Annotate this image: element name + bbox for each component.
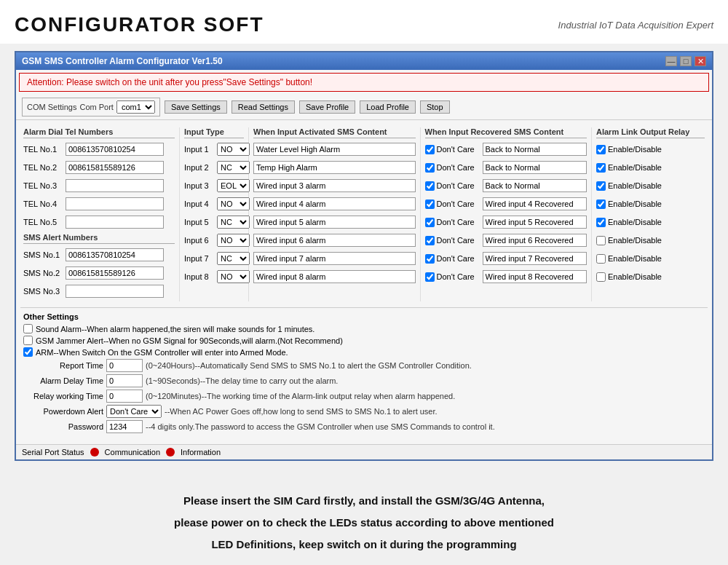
relay-label: Enable/Disable: [608, 218, 662, 226]
relay-checkbox-3[interactable]: [596, 181, 606, 191]
relay-checkbox-1[interactable]: [596, 145, 606, 154]
warning-bar: Attention: Please switch on the unit aft…: [19, 73, 709, 92]
col-input-type: Input Type Input 1NONCEOLInput 2NONCEOLI…: [180, 127, 249, 301]
input-type-select-3[interactable]: NONCEOL: [217, 179, 250, 192]
save-profile-button[interactable]: Save Profile: [299, 100, 355, 114]
sms-active-input-1[interactable]: [253, 143, 416, 156]
relay-label: Enable/Disable: [608, 236, 662, 245]
sms-row: SMS No.2: [23, 265, 175, 281]
com-port-select[interactable]: com1 com2 com3: [116, 100, 155, 114]
tel-row: TEL No.4: [23, 196, 175, 212]
sms-recovered-input-5[interactable]: [483, 216, 587, 229]
alarm-delay-input[interactable]: [106, 374, 143, 387]
input-type-select-2[interactable]: NONCEOL: [217, 161, 250, 174]
load-profile-button[interactable]: Load Profile: [360, 100, 416, 114]
relay-checkbox-2[interactable]: [596, 163, 606, 173]
sms-recovered-input-4[interactable]: [483, 197, 587, 210]
sms-active-input-3[interactable]: [253, 179, 416, 192]
maximize-button[interactable]: □: [680, 56, 692, 66]
sms-recovered-input-7[interactable]: [483, 252, 587, 265]
relay-label: Enable/Disable: [608, 145, 662, 154]
dont-care-checkbox-3[interactable]: [425, 181, 435, 191]
relay-working-input[interactable]: [106, 390, 143, 403]
sms-recovered-input-8[interactable]: [483, 270, 587, 283]
information-dot: [166, 448, 175, 457]
sms-recovered-input-1[interactable]: [483, 143, 587, 156]
sound-alarm-label: Sound Alarm--When alarm happened,the sir…: [36, 325, 314, 333]
input-type-select-8[interactable]: NONCEOL: [217, 270, 250, 283]
sms-label: SMS No.3: [23, 287, 63, 296]
stop-button[interactable]: Stop: [420, 100, 450, 114]
relay-label: Enable/Disable: [608, 272, 662, 281]
read-settings-button[interactable]: Read Settings: [232, 100, 295, 114]
relay-checkbox-5[interactable]: [596, 218, 606, 227]
save-settings-button[interactable]: Save Settings: [165, 100, 227, 114]
sms-active-input-8[interactable]: [253, 270, 416, 283]
sms-input-1[interactable]: [66, 248, 164, 261]
dont-care-checkbox-4[interactable]: [425, 199, 435, 209]
dont-care-checkbox-2[interactable]: [425, 163, 435, 173]
dont-care-label: Don't Care: [437, 254, 480, 263]
dont-care-checkbox-6[interactable]: [425, 236, 435, 245]
tel-input-4[interactable]: [66, 197, 164, 210]
tel-input-1[interactable]: [66, 143, 164, 156]
input-type-select-5[interactable]: NONCEOL: [217, 216, 250, 229]
sms-active-input-5[interactable]: [253, 216, 416, 229]
sms-active-input-6[interactable]: [253, 234, 416, 247]
col-sms-recovered: When Input Recovered SMS Content Don't C…: [421, 127, 593, 301]
sms-recovered-input-6[interactable]: [483, 234, 587, 247]
dont-care-checkbox-5[interactable]: [425, 218, 435, 227]
relay-checkbox-8[interactable]: [596, 272, 606, 282]
input-type-select-4[interactable]: NONCEOL: [217, 197, 250, 210]
relay-checkbox-6[interactable]: [596, 236, 606, 245]
relay-header: Alarm Link Output Relay: [596, 127, 705, 138]
relay-checkbox-7[interactable]: [596, 254, 606, 264]
sms-active-row: [253, 214, 416, 230]
powerdown-select[interactable]: Don't Care 1 Minute 5 Minutes 10 Minutes: [106, 405, 162, 418]
sms-label: SMS No.2: [23, 269, 63, 277]
relay-row: Enable/Disable: [596, 250, 705, 266]
input-label: Input 5: [184, 218, 215, 226]
sms-recovered-input-3[interactable]: [483, 179, 587, 192]
tel-input-2[interactable]: [66, 161, 164, 174]
relay-checkbox-4[interactable]: [596, 199, 606, 209]
input-type-select-6[interactable]: NONCEOL: [217, 234, 250, 247]
tel-label: TEL No.4: [23, 199, 63, 208]
password-input[interactable]: [106, 420, 143, 433]
alarm-delay-desc: (1~90Seconds)--The delay time to carry o…: [146, 376, 338, 385]
relay-label: Enable/Disable: [608, 163, 662, 172]
tel-input-5[interactable]: [66, 216, 164, 229]
page-header: CONFIGURATOR SOFT Industrial IoT Data Ac…: [0, 0, 728, 44]
sms-active-input-7[interactable]: [253, 252, 416, 265]
sms-active-input-4[interactable]: [253, 197, 416, 210]
dont-care-checkbox-1[interactable]: [425, 145, 435, 154]
input-type-select-1[interactable]: NONCEOL: [217, 143, 250, 156]
input-type-select-7[interactable]: NONCEOL: [217, 252, 250, 265]
serial-port-label: Serial Port Status: [22, 448, 84, 457]
tel-label: TEL No.5: [23, 218, 63, 226]
dont-care-checkbox-7[interactable]: [425, 254, 435, 264]
sms-active-input-2[interactable]: [253, 161, 416, 174]
arm-checkbox[interactable]: [23, 347, 33, 357]
password-desc: --4 digits only.The password to access t…: [146, 422, 495, 431]
app-window: GSM SMS Controller Alarm Configurator Ve…: [15, 51, 713, 461]
sms-input-3[interactable]: [66, 285, 164, 298]
minimize-button[interactable]: —: [665, 56, 677, 66]
report-time-input[interactable]: [106, 359, 143, 372]
dont-care-checkbox-8[interactable]: [425, 272, 435, 282]
input-label: Input 7: [184, 254, 215, 263]
sound-alarm-checkbox[interactable]: [23, 324, 33, 333]
dont-care-label: Don't Care: [437, 218, 480, 226]
tel-row: TEL No.2: [23, 159, 175, 175]
tel-input-3[interactable]: [66, 179, 164, 192]
powerdown-desc: --When AC Power Goes off,how long to sen…: [165, 407, 438, 416]
sms-recovered-input-2[interactable]: [483, 161, 587, 174]
close-button[interactable]: ✕: [695, 56, 706, 66]
input-type-row: Input 8NONCEOL: [184, 269, 244, 285]
powerdown-label: Powerdown Alert: [23, 407, 103, 416]
gsm-jammer-checkbox[interactable]: [23, 336, 33, 345]
password-label: Password: [23, 422, 103, 431]
alarm-delay-label: Alarm Delay Time: [23, 376, 103, 385]
sms-input-2[interactable]: [66, 266, 164, 280]
relay-row: Enable/Disable: [596, 159, 705, 175]
